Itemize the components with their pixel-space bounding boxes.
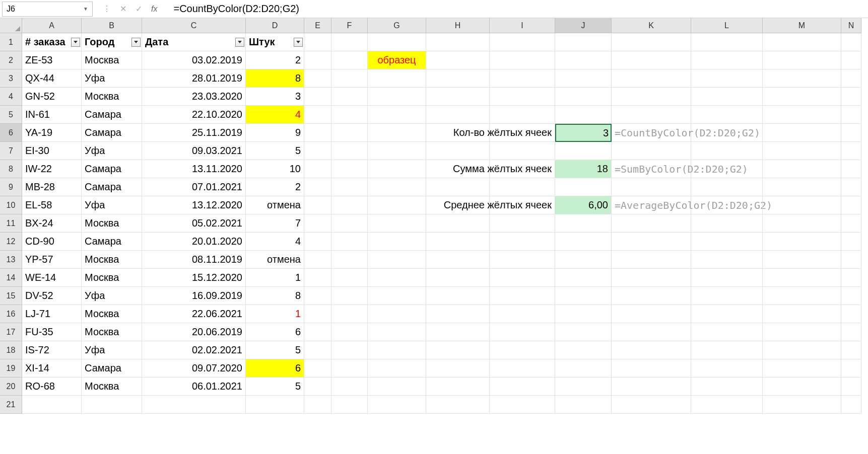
col-header-C[interactable]: C	[142, 18, 246, 33]
cell-A10[interactable]: EL-58	[22, 196, 82, 214]
cell-M1[interactable]	[763, 33, 841, 51]
cell-M9[interactable]	[763, 178, 841, 196]
cell-C17[interactable]: 20.06.2019	[142, 323, 246, 341]
cell-D19[interactable]: 6	[246, 359, 304, 377]
cell-A20[interactable]: RO-68	[22, 377, 82, 396]
cell-G7[interactable]	[368, 142, 426, 160]
cell-K11[interactable]	[612, 214, 691, 233]
col-header-N[interactable]: N	[841, 18, 861, 33]
cell-N10[interactable]	[841, 196, 861, 214]
cell-I11[interactable]	[490, 214, 555, 233]
cell-K5[interactable]	[612, 106, 691, 124]
cell-F17[interactable]	[331, 323, 368, 341]
cell-J15[interactable]	[555, 287, 612, 305]
cell-G18[interactable]	[368, 341, 426, 359]
select-all-corner[interactable]	[0, 18, 22, 33]
cell-M18[interactable]	[763, 341, 841, 359]
cell-G5[interactable]	[368, 106, 426, 124]
cell-L13[interactable]	[691, 251, 763, 269]
cell-B16[interactable]: Москва	[82, 305, 142, 323]
cell-I4[interactable]	[490, 88, 555, 106]
cell-I9[interactable]	[490, 178, 555, 196]
cell-D21[interactable]	[246, 396, 304, 414]
cell-H5[interactable]	[426, 106, 490, 124]
cell-C19[interactable]: 09.07.2020	[142, 359, 246, 377]
cell-D3[interactable]: 8	[246, 69, 304, 88]
row-header-2[interactable]: 2	[0, 51, 22, 69]
row-header-8[interactable]: 8	[0, 160, 22, 178]
cell-N1[interactable]	[841, 33, 861, 51]
cell-B12[interactable]: Самара	[82, 233, 142, 251]
cell-D4[interactable]: 3	[246, 88, 304, 106]
col-header-J[interactable]: J	[555, 18, 612, 33]
cell-H12[interactable]	[426, 233, 490, 251]
cell-E13[interactable]	[304, 251, 331, 269]
cell-G15[interactable]	[368, 287, 426, 305]
cell-K6[interactable]: =CountByColor(D2:D20;G2)	[612, 124, 691, 142]
cell-K14[interactable]	[612, 269, 691, 287]
cell-C18[interactable]: 02.02.2021	[142, 341, 246, 359]
cell-K17[interactable]	[612, 323, 691, 341]
cell-D2[interactable]: 2	[246, 51, 304, 69]
cell-I19[interactable]	[490, 359, 555, 377]
row-header-4[interactable]: 4	[0, 88, 22, 106]
cell-D12[interactable]: 4	[246, 233, 304, 251]
col-header-B[interactable]: B	[82, 18, 142, 33]
filter-dropdown-icon[interactable]	[294, 38, 303, 47]
cell-C12[interactable]: 20.01.2020	[142, 233, 246, 251]
cell-M14[interactable]	[763, 269, 841, 287]
cell-B14[interactable]: Москва	[82, 269, 142, 287]
cell-M10[interactable]	[763, 196, 841, 214]
cell-C5[interactable]: 22.10.2020	[142, 106, 246, 124]
cell-H13[interactable]	[426, 251, 490, 269]
row-header-9[interactable]: 9	[0, 178, 22, 196]
cell-M11[interactable]	[763, 214, 841, 233]
col-header-I[interactable]: I	[490, 18, 555, 33]
cell-B10[interactable]: Уфа	[82, 196, 142, 214]
name-box[interactable]: J6 ▼	[2, 2, 93, 17]
cell-H14[interactable]	[426, 269, 490, 287]
cell-B9[interactable]: Самара	[82, 178, 142, 196]
cell-D13[interactable]: отмена	[246, 251, 304, 269]
cell-C11[interactable]: 05.02.2021	[142, 214, 246, 233]
col-header-A[interactable]: A	[22, 18, 82, 33]
cell-M19[interactable]	[763, 359, 841, 377]
cell-K4[interactable]	[612, 88, 691, 106]
cell-K8[interactable]: =SumByColor(D2:D20;G2)	[612, 160, 691, 178]
cell-H11[interactable]	[426, 214, 490, 233]
cell-J16[interactable]	[555, 305, 612, 323]
cell-B18[interactable]: Уфа	[82, 341, 142, 359]
cell-H18[interactable]	[426, 341, 490, 359]
cell-K12[interactable]	[612, 233, 691, 251]
cell-K15[interactable]	[612, 287, 691, 305]
cell-I10[interactable]: Среднее жёлтых ячеек	[490, 196, 555, 214]
cell-I21[interactable]	[490, 396, 555, 414]
cell-K9[interactable]	[612, 178, 691, 196]
cell-D14[interactable]: 1	[246, 269, 304, 287]
cell-N4[interactable]	[841, 88, 861, 106]
cell-F19[interactable]	[331, 359, 368, 377]
fx-icon[interactable]: fx	[151, 5, 162, 14]
row-header-14[interactable]: 14	[0, 269, 22, 287]
cell-G21[interactable]	[368, 396, 426, 414]
col-header-E[interactable]: E	[304, 18, 331, 33]
cell-C9[interactable]: 07.01.2021	[142, 178, 246, 196]
cell-G3[interactable]	[368, 69, 426, 88]
cell-D15[interactable]: 8	[246, 287, 304, 305]
cell-A7[interactable]: EI-30	[22, 142, 82, 160]
cell-H21[interactable]	[426, 396, 490, 414]
cell-I3[interactable]	[490, 69, 555, 88]
cell-I20[interactable]	[490, 377, 555, 396]
cell-J6[interactable]: 3	[555, 124, 612, 142]
cell-A1[interactable]: # заказа	[22, 33, 82, 51]
cell-H17[interactable]	[426, 323, 490, 341]
cell-I2[interactable]	[490, 51, 555, 69]
cell-D7[interactable]: 5	[246, 142, 304, 160]
cell-F15[interactable]	[331, 287, 368, 305]
cell-G6[interactable]	[368, 124, 426, 142]
row-header-16[interactable]: 16	[0, 305, 22, 323]
cell-G4[interactable]	[368, 88, 426, 106]
cell-N2[interactable]	[841, 51, 861, 69]
cell-B7[interactable]: Уфа	[82, 142, 142, 160]
cell-J9[interactable]	[555, 178, 612, 196]
